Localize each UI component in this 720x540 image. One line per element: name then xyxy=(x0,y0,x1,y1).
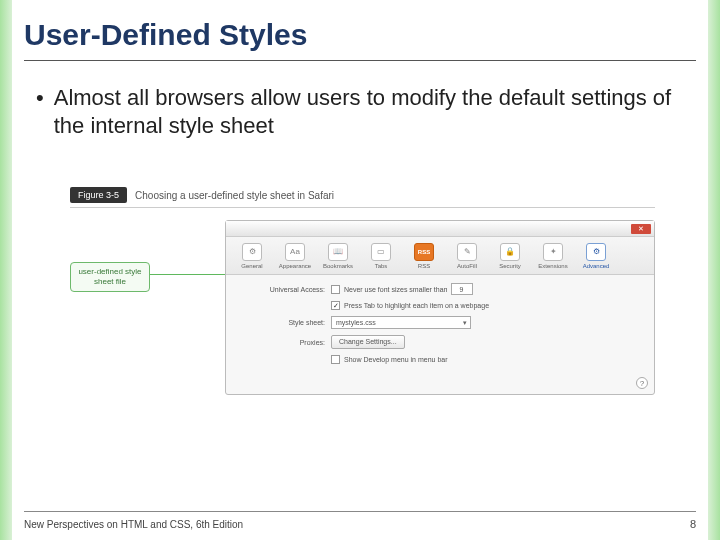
tabs-icon: ▭ xyxy=(371,243,391,261)
stylesheet-select[interactable]: mystyles.css xyxy=(331,316,471,329)
tab-autofill[interactable]: ✎ AutoFill xyxy=(447,243,487,269)
tab-appearance[interactable]: Aa Appearance xyxy=(275,243,315,269)
tab-label: General xyxy=(241,263,262,269)
tab-label: AutoFill xyxy=(457,263,477,269)
title-underline xyxy=(24,60,696,61)
tab-rss[interactable]: RSS RSS xyxy=(404,243,444,269)
safari-preferences-window: ✕ ⚙ General Aa Appearance 📖 Bookmarks ▭ … xyxy=(225,220,655,395)
font-size-input[interactable]: 9 xyxy=(451,283,473,295)
footer-text: New Perspectives on HTML and CSS, 6th Ed… xyxy=(24,519,243,530)
row-universal-access: Universal Access: Never use font sizes s… xyxy=(236,283,644,295)
row-press-tab: ✓ Press Tab to highlight each item on a … xyxy=(236,301,644,310)
tab-bookmarks[interactable]: 📖 Bookmarks xyxy=(318,243,358,269)
font-size-checkbox[interactable] xyxy=(331,285,340,294)
advanced-icon: ⚙ xyxy=(586,243,606,261)
font-size-text: Never use font sizes smaller than xyxy=(344,286,448,293)
tab-general[interactable]: ⚙ General xyxy=(232,243,272,269)
press-tab-checkbox[interactable]: ✓ xyxy=(331,301,340,310)
autofill-icon: ✎ xyxy=(457,243,477,261)
general-icon: ⚙ xyxy=(242,243,262,261)
tab-advanced[interactable]: ⚙ Advanced xyxy=(576,243,616,269)
footer-divider xyxy=(24,511,696,512)
figure-header: Figure 3-5 Choosing a user-defined style… xyxy=(70,185,655,205)
develop-checkbox[interactable] xyxy=(331,355,340,364)
figure-body: user-defined style sheet file ✕ ⚙ Genera… xyxy=(70,220,655,400)
row-proxies: Proxies: Change Settings... xyxy=(236,335,644,349)
bullet-text: Almost all browsers allow users to modif… xyxy=(54,84,676,140)
press-tab-text: Press Tab to highlight each item on a we… xyxy=(344,302,489,309)
page-number: 8 xyxy=(690,518,696,530)
callout-box: user-defined style sheet file xyxy=(70,262,150,292)
row-stylesheet: Style sheet: mystyles.css xyxy=(236,316,644,329)
figure-tag: Figure 3-5 xyxy=(70,187,127,203)
change-settings-button[interactable]: Change Settings... xyxy=(331,335,405,349)
slide-left-accent xyxy=(0,0,12,540)
rss-icon: RSS xyxy=(414,243,434,261)
tab-extensions[interactable]: ✦ Extensions xyxy=(533,243,573,269)
appearance-icon: Aa xyxy=(285,243,305,261)
window-titlebar: ✕ xyxy=(226,221,654,237)
bullet-item: • Almost all browsers allow users to mod… xyxy=(36,84,676,140)
extensions-icon: ✦ xyxy=(543,243,563,261)
row-develop: Show Develop menu in menu bar xyxy=(236,355,644,364)
tab-label: Extensions xyxy=(538,263,567,269)
bookmarks-icon: 📖 xyxy=(328,243,348,261)
slide-right-accent xyxy=(708,0,720,540)
figure-divider xyxy=(70,207,655,208)
preferences-body: Universal Access: Never use font sizes s… xyxy=(226,275,654,375)
figure: Figure 3-5 Choosing a user-defined style… xyxy=(70,185,655,400)
universal-access-label: Universal Access: xyxy=(236,286,331,293)
proxies-label: Proxies: xyxy=(236,339,331,346)
develop-text: Show Develop menu in menu bar xyxy=(344,356,448,363)
tab-label: Tabs xyxy=(375,263,388,269)
checkmark-icon: ✓ xyxy=(333,302,339,310)
bullet-dot: • xyxy=(36,84,44,140)
tab-label: Bookmarks xyxy=(323,263,353,269)
security-icon: 🔒 xyxy=(500,243,520,261)
preferences-toolbar: ⚙ General Aa Appearance 📖 Bookmarks ▭ Ta… xyxy=(226,237,654,275)
tab-label: Appearance xyxy=(279,263,311,269)
stylesheet-label: Style sheet: xyxy=(236,319,331,326)
tab-security[interactable]: 🔒 Security xyxy=(490,243,530,269)
help-button[interactable]: ? xyxy=(636,377,648,389)
tab-label: Security xyxy=(499,263,521,269)
tab-tabs[interactable]: ▭ Tabs xyxy=(361,243,401,269)
slide-title: User-Defined Styles xyxy=(24,18,307,52)
tab-label: Advanced xyxy=(583,263,610,269)
figure-caption: Choosing a user-defined style sheet in S… xyxy=(135,190,334,201)
tab-label: RSS xyxy=(418,263,430,269)
close-button[interactable]: ✕ xyxy=(631,224,651,234)
